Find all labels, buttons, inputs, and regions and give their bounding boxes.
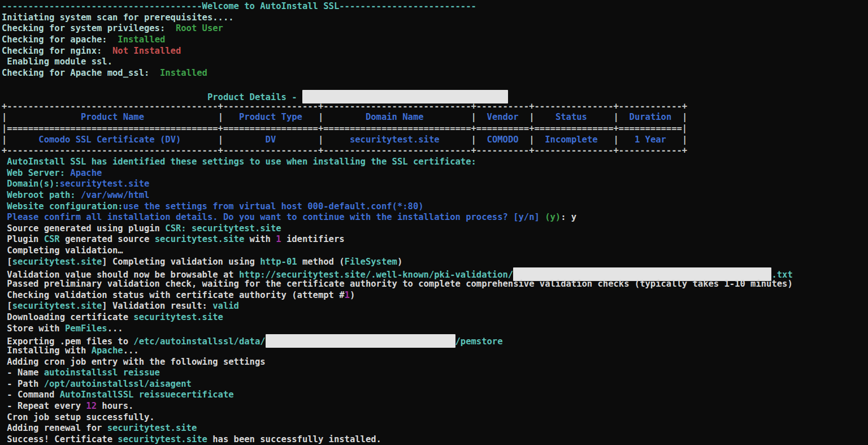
terminal-text: | [471, 112, 476, 122]
terminal-text: COMODO [476, 135, 529, 145]
terminal-text: Initiating system scan for prerequisites… [2, 12, 234, 23]
terminal-line: Downloading certificate securitytest.sit… [2, 312, 868, 323]
terminal-text: | [529, 135, 534, 145]
terminal-text: Installing with [2, 345, 92, 356]
terminal-text: Passed preliminary validation check, wai… [2, 279, 793, 289]
terminal-text: Web Server: [2, 168, 70, 178]
terminal-text: : y [561, 212, 576, 222]
terminal-text: ... [123, 345, 139, 356]
terminal-text: Product Name [7, 112, 218, 122]
terminal-text: - Repeat every [2, 401, 86, 411]
terminal-text: Downloading certificate [2, 312, 133, 322]
terminal-text: --------------------------------------We… [2, 1, 476, 11]
terminal-text: Checking for nginx: [2, 46, 112, 56]
redacted-block [266, 334, 455, 348]
terminal-text: Installed [160, 68, 207, 78]
terminal-text: | [471, 135, 476, 145]
terminal-line: +---------------------------------------… [2, 101, 868, 113]
terminal-text: Apache [92, 345, 123, 356]
terminal-line: Please confirm all installation details.… [2, 212, 868, 223]
terminal-line: Checking for apache: Installed [2, 34, 868, 46]
terminal-text: /pemstore [455, 336, 503, 347]
terminal-text: +---------------------------------------… [2, 145, 687, 155]
terminal-line: Checking for nginx: Not Installed [2, 46, 868, 57]
terminal-text: Apache [70, 168, 102, 178]
terminal-text: Cron job setup successfully. [2, 412, 155, 422]
terminal-text: ... [107, 323, 123, 334]
terminal-text: identifiers [281, 234, 345, 244]
terminal-line: - Path /opt/autoinstallssl/aisagent [2, 379, 868, 390]
terminal-text: ] Completing validation using [102, 257, 260, 267]
terminal-text: Not Installed [112, 46, 181, 56]
terminal-text: | [614, 112, 619, 122]
terminal-line: Completing validation… [2, 245, 868, 257]
terminal-line: Store with PemFiles... [2, 323, 868, 335]
terminal-text: /etc/autoinstallssl/data/ [133, 336, 265, 347]
terminal-line: Plugin CSR generated source securitytest… [2, 234, 868, 245]
terminal-text: securitytest.site [133, 312, 223, 322]
terminal-text: Comodo SSL Certificate (DV) [7, 135, 218, 145]
terminal-text: valid [212, 301, 239, 311]
terminal-text: Completing validation… [2, 245, 123, 256]
terminal-line: [securitytest.site] Completing validatio… [2, 257, 868, 268]
terminal-line: | Comodo SSL Certificate (DV) | DV | sec… [2, 135, 868, 146]
terminal-text: securitytest.site [155, 234, 245, 244]
terminal-text: Checking for system privileges: [2, 23, 176, 33]
terminal-text: | [318, 112, 323, 122]
terminal-text: |=======================================… [2, 123, 687, 133]
terminal-line: Adding cron job entry with the following… [2, 357, 868, 368]
terminal-text: Webroot path: [2, 190, 81, 200]
terminal-text: autoinstallssl reissue [44, 368, 160, 378]
terminal-text: /opt/autoinstallssl/aisagent [44, 379, 192, 389]
terminal-line: - Repeat every 12 hours. [2, 401, 868, 412]
terminal-text: 1 Year [619, 135, 682, 145]
terminal-text: - Command [2, 390, 60, 400]
terminal-line: Validation value should now be browsable… [2, 267, 868, 279]
terminal-line: Enabling module ssl. [2, 57, 868, 68]
terminal-text: securitytest.site [60, 179, 150, 189]
terminal-text: ) [350, 290, 355, 300]
terminal-line: | Product Name | Product Type | Domain N… [2, 112, 868, 123]
terminal-text: ] Validation result: [102, 301, 212, 311]
terminal-text: securitytest.site [107, 423, 197, 433]
terminal-text: hours. [97, 401, 133, 411]
terminal-text: Root User [176, 23, 223, 33]
terminal-text: [ [2, 301, 12, 311]
terminal-line: Adding renewal for securitytest.site [2, 423, 868, 434]
terminal-line: Checking validation status with certific… [2, 290, 868, 301]
terminal-text: has been successfully installed. [207, 434, 381, 444]
terminal-text: | [318, 135, 323, 145]
terminal-text: Website configuration: [2, 201, 123, 211]
terminal-text: 1 [345, 290, 350, 300]
terminal-text: ) [397, 257, 402, 267]
terminal-text: DV [223, 135, 318, 145]
terminal-text: Please confirm all installation details.… [2, 212, 545, 222]
terminal-text: - Name [2, 368, 44, 378]
terminal-line: Webroot path: /var/www/html [2, 190, 868, 201]
terminal-text: | [218, 135, 223, 145]
terminal-text: | [2, 112, 7, 122]
terminal-text: | [2, 135, 7, 145]
terminal-text: Plugin [2, 234, 44, 244]
terminal-text: Enabling module ssl. [2, 57, 112, 67]
terminal-line: Passed preliminary validation check, wai… [2, 279, 868, 290]
terminal-text: | [614, 135, 619, 145]
terminal-text: Status [535, 112, 614, 122]
terminal-text: Adding cron job entry with the following… [2, 357, 266, 367]
terminal-text: securitytest.site [118, 434, 207, 444]
terminal-text: Domain(s): [2, 179, 60, 189]
terminal-line: |=======================================… [2, 123, 868, 135]
terminal-text: FileSystem [345, 257, 397, 267]
terminal-line: Web Server: Apache [2, 168, 868, 179]
terminal-line: [securitytest.site] Validation result: v… [2, 301, 868, 312]
terminal-text: Adding renewal for [2, 423, 107, 433]
terminal-line: Cron job setup successfully. [2, 412, 868, 424]
terminal-text: | [682, 135, 687, 145]
terminal-line: Checking for system privileges: Root Use… [2, 23, 868, 34]
terminal-line: --------------------------------------We… [2, 1, 868, 12]
terminal-text: securitytest.site [323, 135, 471, 145]
terminal-line: - Command AutoInstallSSL reissuecertific… [2, 390, 868, 401]
terminal[interactable]: --------------------------------------We… [0, 0, 868, 445]
terminal-text: AutoInstall SSL has identified these set… [2, 157, 476, 167]
terminal-text: Domain Name [323, 112, 471, 122]
